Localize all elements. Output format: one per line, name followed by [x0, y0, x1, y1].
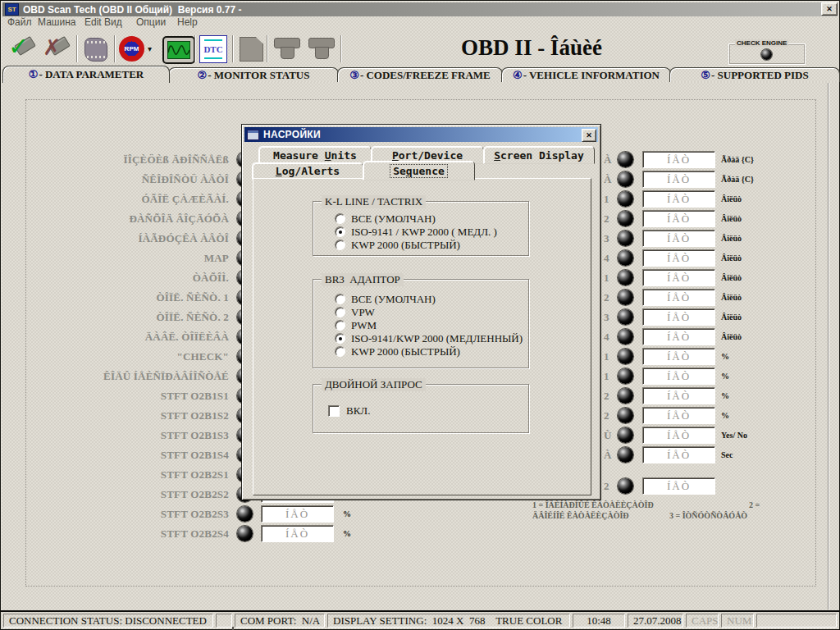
- radio-kl-all[interactable]: ВСЕ (УМОЛЧАН): [335, 212, 436, 225]
- param-led: [618, 211, 633, 226]
- tab-monitor-status[interactable]: ② - MONITOR STATUS: [168, 67, 339, 82]
- param-value: ÍÅÒ: [642, 151, 715, 168]
- param-unit: Ãðàä {C}: [721, 171, 754, 188]
- group-title: ДВОЙНОЙ ЗАПРОС: [322, 378, 426, 391]
- param-led: [618, 427, 633, 443]
- menu-options[interactable]: Опции: [136, 16, 166, 32]
- param-led: [237, 526, 253, 541]
- param-value: ÍÅÒ: [261, 505, 334, 523]
- window-close-button[interactable]: ✕: [821, 2, 838, 16]
- radio-label: ISO-9141 / KWP 2000 ( МЕДЛ. ): [351, 226, 497, 239]
- dialog-title: НАСРОЙКИ: [263, 129, 321, 140]
- param-led: [618, 152, 633, 167]
- tab-data-parameter[interactable]: ① - DATA PARAMETER: [2, 66, 170, 83]
- group-title: BR3 АДАПТОР: [322, 273, 404, 286]
- caps-indicator: CAPS: [686, 614, 719, 628]
- radio-br-iso9141[interactable]: ISO-9141/KWP 2000 (МЕДЛЕННЫЙ): [335, 332, 523, 345]
- memory-card-button[interactable]: [235, 34, 267, 64]
- radio-label: PWM: [351, 319, 377, 332]
- menu-help[interactable]: Help: [177, 16, 198, 32]
- footnote-2: 2 =: [749, 500, 760, 509]
- menu-machine[interactable]: Машина: [38, 16, 75, 32]
- param-label-fragment: 2: [604, 477, 615, 495]
- menu-file[interactable]: Файл: [7, 16, 32, 32]
- radio-label: KWP 2000 (БЫСТРЫЙ): [351, 345, 460, 358]
- dialog-close-button[interactable]: ✕: [582, 129, 596, 142]
- param-unit: Âîëüò: [721, 210, 742, 227]
- param-value: ÍÅÒ: [642, 269, 715, 286]
- menu-bar: Файл Машина Edit Вид Опции Help: [2, 16, 838, 32]
- param-label-fragment: 2: [604, 289, 615, 306]
- param-label-fragment: 1: [604, 269, 615, 286]
- radio-icon-selected: [335, 333, 345, 344]
- radio-label: ISO-9141/KWP 2000 (МЕДЛЕННЫЙ): [351, 332, 523, 345]
- group-title: K-L LINE / TACTRIX: [322, 195, 426, 208]
- dialog-tab-log-alerts[interactable]: Log/Alerts: [252, 162, 363, 180]
- radio-kl-iso9141[interactable]: ISO-9141 / KWP 2000 ( МЕДЛ. ): [335, 226, 497, 238]
- dropdown-arrow-icon[interactable]: ▾: [148, 44, 152, 53]
- radio-br-all[interactable]: ВСЕ (УМОЛЧАН): [335, 293, 436, 305]
- param-unit: Âîëüò: [721, 308, 742, 326]
- tab-number: ③: [349, 69, 359, 82]
- param-led: [618, 171, 633, 187]
- param-led: [618, 329, 633, 345]
- param-value: ÍÅÒ: [642, 308, 715, 326]
- param-value: ÍÅÒ: [642, 477, 715, 495]
- radio-label: VPW: [351, 306, 375, 319]
- param-value: ÍÅÒ: [642, 407, 715, 424]
- param-led: [618, 408, 633, 423]
- obd-plug-a-button[interactable]: [272, 34, 304, 64]
- radio-icon-selected: [335, 226, 345, 237]
- tab-vehicle-information[interactable]: ④ - VEHICLE INFORMATION: [501, 67, 671, 82]
- rpm-button[interactable]: RPM ▾: [117, 34, 157, 64]
- radio-br-kwp2000[interactable]: KWP 2000 (БЫСТРЫЙ): [335, 345, 460, 358]
- dialog-tab-measure-units[interactable]: Measure Units: [258, 146, 372, 164]
- param-unit: Âîëüò: [721, 230, 742, 247]
- menu-edit[interactable]: Edit: [84, 16, 102, 32]
- obd-plug-icon: [308, 38, 335, 59]
- connection-status: CONNECTION STATUS: DISCONNECTED: [3, 614, 213, 628]
- param-value: ÍÅÒ: [642, 249, 715, 267]
- checkbox-enable[interactable]: ВКЛ.: [328, 404, 370, 417]
- radio-br-vpw[interactable]: VPW: [335, 306, 375, 318]
- disconnect-button[interactable]: ✗: [42, 34, 73, 64]
- param-label-fragment: Ù: [604, 427, 615, 444]
- obd-plug-b-button[interactable]: [306, 34, 339, 64]
- log-film-button[interactable]: [80, 34, 111, 64]
- connect-button[interactable]: ✓: [7, 34, 39, 64]
- check-engine-led: [761, 49, 772, 60]
- dialog-tab-sequence[interactable]: Sequence: [363, 161, 475, 180]
- toolbar-separator: [232, 35, 234, 62]
- param-unit: Sec: [721, 446, 733, 463]
- app-icon: ST: [5, 3, 19, 16]
- param-value: ÍÅÒ: [642, 289, 715, 306]
- param-unit: %: [343, 505, 351, 523]
- dialog-tab-screen-display[interactable]: Screen Display: [483, 146, 595, 164]
- param-value: ÍÅÒ: [261, 525, 334, 542]
- group-br3-adapter: BR3 АДАПТОР ВСЕ (УМОЛЧАН) VPW PWM ISO-91…: [313, 279, 529, 368]
- param-led: [618, 290, 633, 305]
- radio-br-pwm[interactable]: PWM: [335, 319, 377, 331]
- param-label-fragment: 2: [604, 387, 615, 404]
- param-value: ÍÅÒ: [642, 230, 715, 247]
- window-title: OBD Scan Tech (OBD II Общий) Версия 0.77…: [23, 4, 242, 16]
- tab-label: - DATA PARAMETER: [39, 68, 144, 81]
- param-value: ÍÅÒ: [642, 171, 715, 188]
- menu-view[interactable]: Вид: [104, 16, 122, 32]
- param-unit: Âîëüò: [721, 328, 742, 345]
- tab-supported-pids[interactable]: ⑤ - SUPPORTED PIDS: [669, 67, 840, 82]
- param-value: ÍÅÒ: [642, 446, 715, 463]
- param-unit: Âîëüò: [721, 190, 742, 208]
- oscilloscope-button[interactable]: [162, 34, 194, 64]
- tab-codes-freeze-frame[interactable]: ③ - CODES/FREEZE FRAME: [337, 67, 503, 82]
- param-label-fragment: 2: [604, 407, 615, 424]
- film-icon: [84, 38, 107, 62]
- param-led: [237, 506, 253, 522]
- tab-label: - SUPPORTED PIDS: [711, 69, 809, 82]
- radio-kl-kwp2000[interactable]: KWP 2000 (БЫСТРЫЙ): [335, 239, 460, 251]
- param-label-fragment: 4: [604, 249, 615, 267]
- param-unit: Yes/ No: [721, 427, 747, 444]
- param-row: STFT O2B2S4 ÍÅÒ %: [1, 525, 829, 542]
- param-unit: Âîëüò: [721, 249, 742, 267]
- dtc-button[interactable]: DTC: [198, 34, 229, 64]
